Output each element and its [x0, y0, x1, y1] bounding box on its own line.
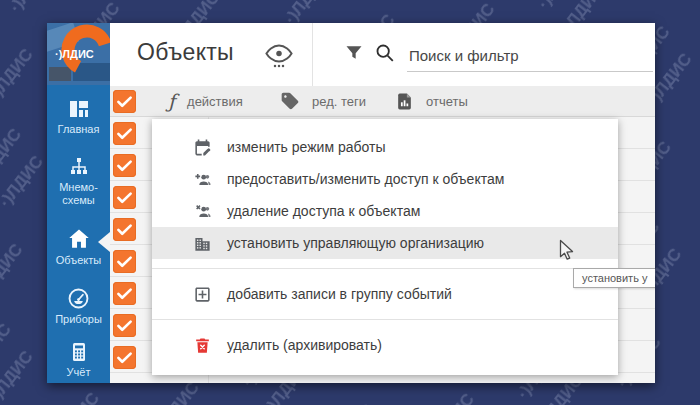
home-icon: [66, 226, 92, 252]
row-checkbox[interactable]: [113, 154, 136, 177]
gauge-icon: [66, 286, 91, 311]
calculator-icon: [67, 340, 91, 364]
app-logo[interactable]: ·)ЛДИС: [47, 23, 110, 85]
row-checkbox[interactable]: [113, 186, 136, 209]
sidebar-item-label: Приборы: [55, 313, 102, 325]
tag-icon: [280, 91, 300, 111]
menu-item-label: предоставить/изменить доступ к объектам: [227, 171, 504, 187]
sidebar-item-label: Мнемо-схемы: [59, 181, 98, 206]
menu-item-remove-access[interactable]: удаление доступа к объектам: [152, 195, 618, 227]
row-checkbox[interactable]: [113, 250, 136, 273]
eye-icon: [263, 39, 295, 69]
delete-icon: [193, 336, 212, 355]
row-checkbox[interactable]: [113, 314, 136, 337]
select-all-checkbox[interactable]: [113, 90, 136, 113]
toolbar-reports-label: отчеты: [426, 94, 468, 109]
sidebar-item-devices[interactable]: Приборы: [47, 286, 110, 326]
menu-item-set-managing-org[interactable]: установить управляющую организацию: [152, 227, 618, 259]
menu-item-grant-access[interactable]: предоставить/изменить доступ к объектам: [152, 163, 618, 195]
check-icon: [114, 315, 135, 336]
row-checkbox[interactable]: [113, 282, 136, 305]
menu-item-label: удаление доступа к объектам: [227, 203, 420, 219]
check-icon: [114, 251, 135, 272]
filter-button[interactable]: [344, 43, 364, 67]
search-input[interactable]: [407, 39, 653, 72]
check-icon: [114, 91, 135, 112]
function-icon: ƒ: [168, 92, 175, 111]
menu-item-label: удалить (архивировать): [227, 337, 382, 353]
report-icon: [395, 92, 414, 111]
row-checkbox[interactable]: [113, 122, 136, 145]
check-icon: [114, 187, 135, 208]
mouse-cursor: [556, 238, 578, 262]
search-icon: [374, 42, 396, 64]
toolbar-edit-tags-button[interactable]: ред. теги: [280, 86, 366, 116]
actions-dropdown-menu: изменить режим работы предоставить/измен…: [152, 119, 618, 375]
edit-calendar-icon: [193, 138, 212, 157]
desktop-background: ·)ЛДИС ·)ЛДИС ·)ЛДИС ·)ЛДИС: [0, 0, 700, 405]
sidebar-item-home[interactable]: Главная: [47, 97, 110, 136]
logo-text: ·)ЛДИС: [55, 48, 94, 60]
toolbar: ƒ действия ред. теги отчеты: [110, 86, 655, 117]
sidebar-item-label: Учёт: [67, 366, 91, 378]
toolbar-actions-label: действия: [187, 94, 243, 109]
menu-divider: [152, 268, 618, 269]
row-checkbox[interactable]: [113, 218, 136, 241]
header: Объекты: [110, 23, 655, 86]
sidebar-item-label: Объекты: [56, 254, 101, 266]
check-icon: [114, 219, 135, 240]
menu-item-label: изменить режим работы: [227, 139, 385, 155]
header-divider: [312, 23, 313, 86]
check-icon: [114, 347, 135, 368]
menu-item-label: установить управляющую организацию: [227, 235, 484, 251]
check-icon: [114, 155, 135, 176]
eldis-logo-image: ·)ЛДИС: [47, 23, 110, 85]
dashboard-icon: [67, 97, 91, 121]
building-icon: [193, 234, 212, 253]
sidebar-item-mnemoschemes[interactable]: Мнемо-схемы: [47, 155, 110, 207]
menu-item-add-to-event-group[interactable]: добавить записи в группу событий: [152, 278, 618, 310]
sidebar: ·)ЛДИС Главная Мнемо-схемы: [47, 23, 110, 383]
row-checkbox[interactable]: [113, 346, 136, 369]
tooltip: установить у: [573, 268, 655, 288]
toolbar-reports-button[interactable]: отчеты: [395, 86, 468, 116]
app-window: ·)ЛДИС Главная Мнемо-схемы: [47, 23, 655, 383]
menu-item-change-work-mode[interactable]: изменить режим работы: [152, 131, 618, 163]
toolbar-actions-button[interactable]: ƒ действия: [168, 86, 243, 116]
active-item-marker: [98, 232, 110, 252]
schema-icon: [67, 155, 91, 179]
sidebar-item-accounting[interactable]: Учёт: [47, 340, 110, 379]
toolbar-edit-tags-label: ред. теги: [312, 94, 366, 109]
check-icon: [114, 123, 135, 144]
check-icon: [114, 283, 135, 304]
view-options-button[interactable]: [263, 39, 295, 73]
add-box-icon: [193, 285, 212, 304]
group-remove-icon: [193, 202, 212, 221]
sidebar-item-label: Главная: [58, 123, 100, 135]
menu-divider: [152, 319, 618, 320]
search-icon-wrap: [374, 42, 396, 68]
group-add-icon: [193, 170, 212, 189]
menu-item-delete-archive[interactable]: удалить (архивировать): [152, 329, 618, 361]
menu-item-label: добавить записи в группу событий: [227, 286, 452, 302]
filter-funnel-icon: [344, 43, 364, 63]
page-title: Объекты: [137, 39, 234, 66]
